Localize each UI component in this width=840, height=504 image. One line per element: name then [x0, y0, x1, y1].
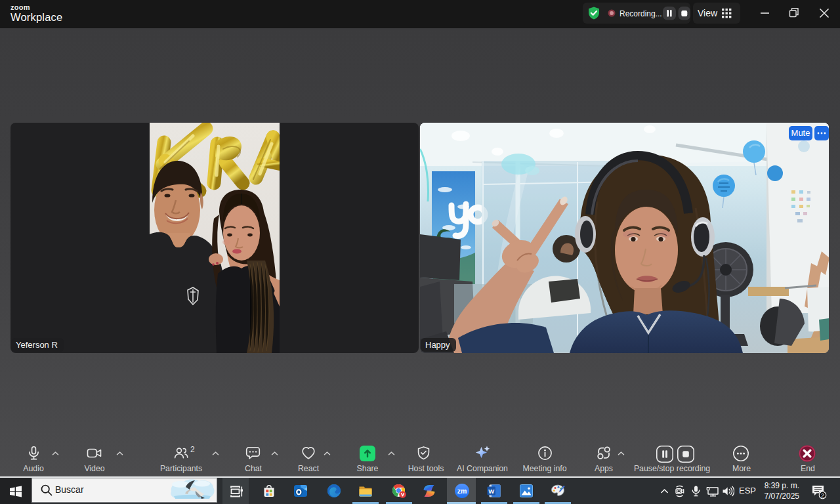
- svg-text:W: W: [488, 488, 494, 495]
- svg-text:zm: zm: [457, 487, 467, 495]
- svg-text:2: 2: [821, 492, 824, 499]
